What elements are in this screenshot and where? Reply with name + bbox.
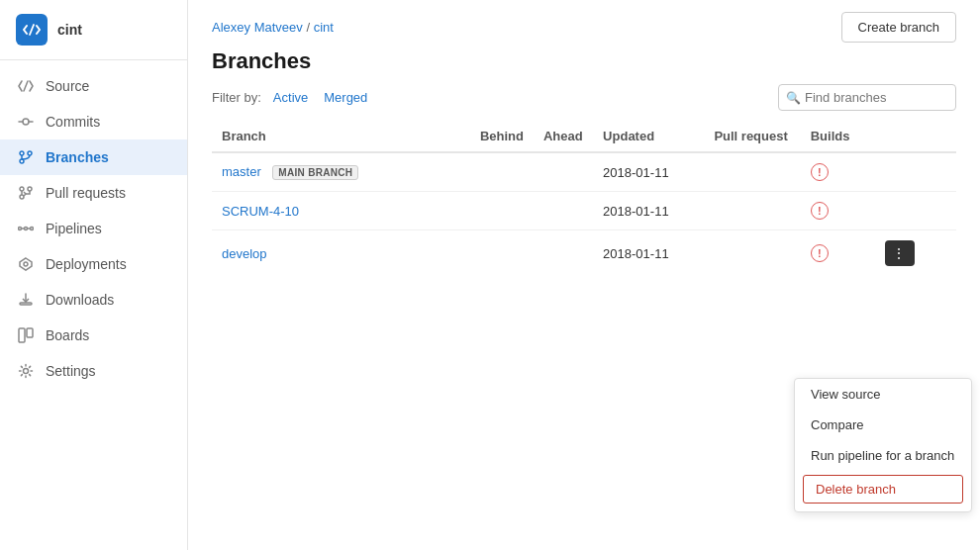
sidebar-item-boards[interactable]: Boards [0, 318, 187, 353]
updated-cell: 2018-01-11 [593, 152, 704, 192]
search-container: 🔍 [778, 84, 956, 111]
sidebar-label-pipelines: Pipelines [46, 221, 102, 236]
builds-cell: ! [801, 230, 875, 277]
sidebar-label-branches: Branches [46, 149, 109, 165]
warning-icon: ! [811, 163, 829, 181]
branch-name[interactable]: develop [222, 246, 267, 261]
more-options-button[interactable]: ⋮ [885, 240, 915, 266]
sidebar: cint Source Commits [0, 0, 188, 550]
breadcrumb-separator: / [306, 20, 310, 35]
ahead-cell [534, 192, 593, 230]
col-updated: Updated [593, 121, 704, 152]
table-row: master MAIN BRANCH 2018-01-11 ! [212, 152, 956, 192]
settings-icon [16, 361, 36, 381]
actions-cell[interactable]: ⋮ [875, 230, 956, 277]
col-pull-request: Pull request [704, 121, 800, 152]
updated-cell: 2018-01-11 [593, 230, 704, 277]
branch-name[interactable]: master [222, 164, 261, 179]
sidebar-nav: Source Commits [0, 60, 187, 397]
sidebar-item-settings[interactable]: Settings [0, 353, 187, 389]
breadcrumb-user[interactable]: Alexey Matveev [212, 20, 303, 35]
branch-name-cell: SCRUM-4-10 [212, 192, 470, 230]
dropdown-run-pipeline[interactable]: Run pipeline for a branch [795, 440, 971, 471]
main-branch-badge: MAIN BRANCH [272, 165, 358, 180]
behind-cell [470, 192, 534, 230]
col-actions [875, 121, 956, 152]
svg-point-13 [25, 228, 28, 230]
dropdown-delete-branch[interactable]: Delete branch [803, 475, 963, 504]
branch-name-cell: develop [212, 230, 470, 277]
behind-cell [470, 230, 534, 277]
search-input[interactable] [778, 84, 956, 111]
sidebar-header: cint [0, 0, 187, 60]
pull-request-cell [704, 152, 800, 192]
svg-point-22 [24, 369, 29, 374]
boards-icon [16, 325, 36, 345]
commits-icon [16, 112, 36, 132]
main-content: Alexey Matveev / cint Create branch Bran… [188, 0, 980, 550]
sidebar-item-pull-requests[interactable]: Pull requests [0, 175, 187, 211]
sidebar-item-pipelines[interactable]: Pipelines [0, 211, 187, 246]
branch-name[interactable]: SCRUM-4-10 [222, 204, 299, 219]
svg-point-1 [23, 119, 29, 125]
sidebar-item-branches[interactable]: Branches [0, 139, 187, 175]
deployments-icon [16, 254, 36, 274]
svg-rect-18 [20, 303, 32, 305]
svg-point-6 [28, 151, 32, 155]
sidebar-item-commits[interactable]: Commits [0, 104, 187, 139]
actions-cell [875, 192, 956, 230]
filter-label: Filter by: [212, 90, 261, 105]
search-icon: 🔍 [786, 91, 801, 105]
branch-name-cell: master MAIN BRANCH [212, 152, 470, 192]
sidebar-label-commits: Commits [46, 114, 100, 130]
svg-point-14 [31, 228, 34, 230]
sidebar-label-pull-requests: Pull requests [46, 185, 126, 201]
svg-point-12 [19, 228, 22, 230]
col-ahead: Ahead [534, 121, 593, 152]
svg-point-9 [20, 195, 24, 199]
page-title: Branches [188, 43, 980, 74]
filter-merged[interactable]: Merged [324, 90, 367, 105]
branches-table-wrapper: Branch Behind Ahead Updated Pull request… [188, 121, 980, 276]
filter-bar: Filter by: Active Merged 🔍 [188, 74, 980, 121]
col-behind: Behind [470, 121, 534, 152]
breadcrumb-project[interactable]: cint [314, 20, 334, 35]
col-branch: Branch [212, 121, 470, 152]
sidebar-label-settings: Settings [46, 363, 96, 379]
svg-point-10 [28, 187, 32, 191]
behind-cell [470, 152, 534, 192]
table-row: develop 2018-01-11 ! ⋮ [212, 230, 956, 277]
warning-icon: ! [811, 244, 829, 262]
sidebar-item-downloads[interactable]: Downloads [0, 282, 187, 318]
svg-point-4 [20, 151, 24, 155]
breadcrumb: Alexey Matveev / cint [212, 20, 334, 35]
ahead-cell [534, 152, 593, 192]
svg-point-8 [20, 187, 24, 191]
dropdown-compare[interactable]: Compare [795, 410, 971, 440]
table-header-row: Branch Behind Ahead Updated Pull request… [212, 121, 956, 152]
filter-active[interactable]: Active [273, 90, 308, 105]
create-branch-button[interactable]: Create branch [841, 12, 956, 43]
downloads-icon [16, 290, 36, 310]
sidebar-item-deployments[interactable]: Deployments [0, 246, 187, 282]
branches-icon [16, 147, 36, 167]
warning-icon: ! [811, 202, 829, 220]
pull-requests-icon [16, 183, 36, 203]
project-name: cint [57, 22, 82, 38]
branches-table: Branch Behind Ahead Updated Pull request… [212, 121, 956, 276]
sidebar-label-boards: Boards [46, 327, 89, 343]
sidebar-label-source: Source [46, 78, 89, 94]
col-builds: Builds [801, 121, 875, 152]
svg-rect-20 [19, 328, 25, 342]
project-logo [16, 14, 48, 46]
sidebar-item-source[interactable]: Source [0, 68, 187, 104]
sidebar-label-deployments: Deployments [46, 256, 127, 272]
pipelines-icon [16, 219, 36, 238]
svg-point-17 [24, 262, 28, 266]
source-icon [16, 76, 36, 96]
branch-dropdown-menu: View source Compare Run pipeline for a b… [794, 378, 972, 512]
dropdown-view-source[interactable]: View source [795, 379, 971, 410]
sidebar-label-downloads: Downloads [46, 292, 114, 308]
table-row: SCRUM-4-10 2018-01-11 ! [212, 192, 956, 230]
pull-request-cell [704, 230, 800, 277]
